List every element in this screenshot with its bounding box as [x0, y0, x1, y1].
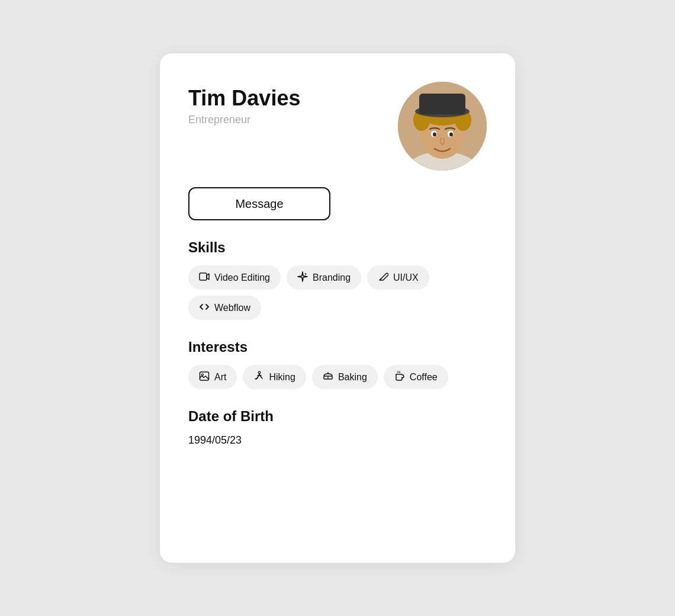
baking-icon — [323, 371, 333, 383]
svg-point-16 — [259, 371, 261, 374]
interest-hiking: Hiking — [243, 365, 306, 389]
hiking-icon — [253, 371, 264, 383]
svg-point-12 — [449, 133, 453, 137]
interest-art: Art — [188, 365, 237, 389]
skill-uiux: UI/UX — [367, 265, 429, 290]
art-icon — [199, 371, 210, 383]
sparkle-icon — [297, 271, 308, 284]
skills-tags: Video Editing Branding U — [188, 265, 487, 320]
skill-branding-label: Branding — [313, 272, 351, 283]
dob-label: Date of Birth — [188, 408, 487, 425]
interest-baking: Baking — [312, 365, 378, 389]
skill-uiux-label: UI/UX — [393, 272, 419, 283]
skill-webflow: Webflow — [188, 296, 261, 320]
pen-icon — [378, 271, 388, 284]
message-button[interactable]: Message — [188, 187, 330, 220]
svg-point-15 — [202, 374, 204, 376]
interest-art-label: Art — [214, 372, 226, 383]
skills-section: Skills Video Editing Brand — [188, 239, 487, 320]
interest-hiking-label: Hiking — [269, 372, 295, 383]
svg-point-11 — [433, 133, 436, 137]
skills-title: Skills — [188, 239, 487, 256]
avatar — [398, 82, 487, 171]
interest-coffee-label: Coffee — [410, 372, 438, 383]
user-name: Tim Davies — [188, 86, 300, 110]
skill-video-editing: Video Editing — [188, 265, 281, 290]
profile-header: Tim Davies Entrepreneur — [188, 82, 487, 171]
interest-baking-label: Baking — [338, 372, 367, 383]
interests-section: Interests Art — [188, 339, 487, 389]
user-title: Entrepreneur — [188, 114, 300, 126]
svg-rect-8 — [419, 94, 465, 114]
coffee-icon — [394, 371, 405, 383]
interests-tags: Art Hiking — [188, 365, 487, 389]
video-icon — [199, 271, 210, 284]
profile-info: Tim Davies Entrepreneur — [188, 82, 300, 126]
skill-video-editing-label: Video Editing — [214, 272, 270, 283]
svg-rect-13 — [200, 273, 207, 280]
dob-section: Date of Birth 1994/05/23 — [188, 408, 487, 447]
profile-card: Tim Davies Entrepreneur — [160, 53, 515, 563]
dob-value: 1994/05/23 — [188, 434, 487, 447]
interest-coffee: Coffee — [384, 365, 448, 389]
skill-webflow-label: Webflow — [214, 303, 250, 313]
interests-title: Interests — [188, 339, 487, 355]
code-icon — [199, 301, 210, 314]
skill-branding: Branding — [287, 265, 361, 290]
